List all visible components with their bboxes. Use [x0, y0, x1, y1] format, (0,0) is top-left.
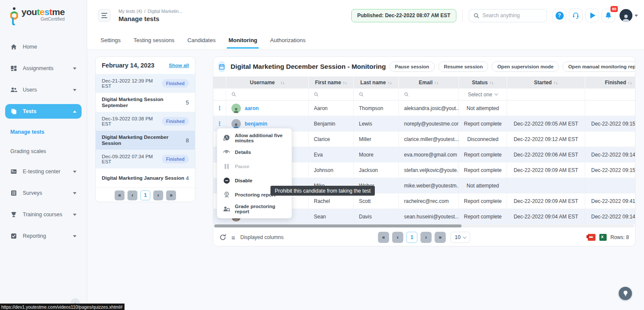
export-excel-icon[interactable]	[599, 234, 607, 241]
menu-item-pause[interactable]: Pause	[217, 159, 292, 173]
refresh-icon[interactable]	[219, 234, 226, 241]
row-menu-icon[interactable]	[217, 121, 222, 126]
export-pdf-icon[interactable]	[588, 234, 595, 241]
session-row[interactable]: Digital Marketing Session September 5	[96, 93, 195, 112]
current-page[interactable]: 1	[140, 190, 150, 200]
tutorial-button[interactable]	[585, 9, 599, 22]
status-filter-dropdown[interactable]: Select one	[459, 89, 507, 100]
session-row[interactable]: Dec-21-2022 12:39 PM EST Finished	[96, 74, 195, 93]
tab-authorizations[interactable]: Authorizations	[270, 31, 305, 49]
tab-testing-sessions[interactable]: Testing sessions	[134, 31, 174, 49]
current-page[interactable]: 1	[406, 232, 417, 243]
notifications-button[interactable]: 90	[601, 9, 615, 22]
global-search[interactable]	[469, 9, 547, 22]
displayed-columns-label[interactable]: Displayed columns	[240, 234, 284, 240]
last-name-cell: Miller	[354, 132, 399, 147]
show-all-link[interactable]: Show all	[169, 63, 189, 68]
sidebar-item-training-courses[interactable]: Training courses	[5, 207, 82, 222]
column-header-first-name[interactable]: First name↑↓	[309, 77, 354, 89]
columns-menu-icon[interactable]	[231, 234, 235, 241]
sidebar-item-etesting-center[interactable]: E-testing center	[5, 164, 82, 179]
webcam-icon	[223, 191, 230, 198]
column-header-email[interactable]: Email↑↓	[399, 77, 459, 89]
sidebar-item-users[interactable]: Users	[5, 83, 82, 97]
sort-icon[interactable]: ↑↓	[434, 80, 439, 85]
first-name-cell: Benjamin	[309, 116, 354, 131]
scrollbar-thumb[interactable]	[214, 224, 462, 227]
sidebar-item-manage-tests[interactable]: Manage tests	[5, 126, 82, 138]
session-row-selected[interactable]: Digital Marketing December Session 8	[96, 131, 195, 150]
menu-item-allow-additional-five-minutes[interactable]: Allow additional five minutes	[217, 131, 292, 145]
help-button[interactable]: ?	[553, 9, 566, 22]
breadcrumb-my-tests[interactable]: My tests (4)	[118, 9, 142, 14]
sidebar-item-grading-scales[interactable]: Grading scales	[5, 145, 82, 158]
last-page-button[interactable]: »	[434, 232, 446, 243]
username-link[interactable]: benjamin	[245, 121, 267, 127]
session-datetime: Dec-21-2022 12:39 PM EST	[102, 78, 162, 89]
email-cell: eva.moore@gmail.com	[399, 147, 459, 162]
sidebar-item-tests[interactable]: Tests	[5, 104, 82, 119]
sidebar-subitem-label: Grading scales	[10, 148, 46, 154]
tab-candidates[interactable]: Candidates	[187, 31, 216, 49]
prev-page-button[interactable]: ‹	[128, 190, 137, 200]
started-cell: Dec-22-2022 09:09 AM EST	[507, 193, 585, 209]
sort-icon[interactable]: ↑↓	[553, 80, 558, 85]
open-manual-monitoring-report-button[interactable]: Open manual monitoring report	[562, 61, 635, 72]
email-filter[interactable]	[399, 89, 459, 100]
row-menu-icon[interactable]	[217, 105, 222, 111]
app-logo[interactable]: youtestme GetCertified	[0, 0, 87, 34]
tab-monitoring[interactable]: Monitoring	[228, 31, 257, 49]
sort-icon[interactable]: ↑↓	[388, 80, 392, 85]
sidebar-item-assignments[interactable]: Assignments	[5, 61, 82, 76]
menu-item-details[interactable]: Details	[217, 145, 292, 159]
sidebar-item-reporting[interactable]: Reporting	[5, 229, 82, 243]
published-status-badge: Published: Dec-22-2022 08:07 AM EST	[351, 9, 456, 22]
column-header-last-name[interactable]: Last name↑↓	[354, 77, 399, 89]
breadcrumb-current[interactable]: Digital Marketin...	[148, 9, 182, 14]
first-page-button[interactable]: «	[115, 190, 125, 200]
tab-settings[interactable]: Settings	[100, 31, 121, 49]
session-row[interactable]: Digital Marketing January Session 4	[96, 169, 195, 187]
sort-icon[interactable]: ↑↓	[628, 80, 632, 85]
username-filter[interactable]	[226, 89, 309, 100]
sort-icon[interactable]: ↑↓	[489, 80, 494, 85]
session-name: Digital Marketing December Session	[102, 134, 186, 146]
sort-icon[interactable]: ↑↓	[343, 80, 347, 85]
resume-session-button[interactable]: Resume session	[438, 61, 489, 72]
user-menu[interactable]	[620, 9, 638, 22]
menu-item-label: Proctoring report	[235, 192, 276, 197]
column-header-finished[interactable]: Finished↑↓	[585, 77, 635, 89]
open-supervision-mode-button[interactable]: Open supervision mode	[492, 61, 559, 72]
session-count: 5	[186, 99, 189, 106]
first-name-filter[interactable]	[309, 89, 354, 100]
sort-icon[interactable]: ↑↓	[280, 80, 285, 85]
status-cell: Report complete	[459, 147, 507, 162]
first-page-button[interactable]: «	[378, 232, 389, 243]
session-row[interactable]: Dec-09-2022 07:34 PM EST Finished	[96, 150, 195, 169]
username-link[interactable]: aaron	[245, 105, 259, 111]
search-input[interactable]	[483, 12, 538, 18]
horizontal-scrollbar[interactable]	[214, 224, 634, 227]
next-page-button[interactable]: ›	[153, 190, 163, 200]
help-fab-button[interactable]	[619, 287, 632, 300]
support-button[interactable]	[569, 9, 583, 22]
session-row[interactable]: Dec-19-2022 03:38 PM EST Finished	[96, 112, 195, 131]
last-page-button[interactable]: »	[166, 190, 176, 200]
sidebar-item-surveys[interactable]: Surveys	[5, 186, 82, 200]
pause-session-button[interactable]: Pause session	[389, 61, 435, 72]
menu-item-grade-proctoring-report[interactable]: Grade proctoring report	[217, 202, 292, 216]
column-header-username[interactable]: Username↑↓	[226, 77, 309, 89]
column-header-started[interactable]: Started↑↓	[507, 77, 585, 89]
tests-icon	[10, 108, 17, 115]
menu-toggle-button[interactable]	[98, 9, 111, 22]
table-row[interactable]: aaron Aaron Thompson aleksandra.josic@yo…	[213, 101, 635, 116]
page-size-select[interactable]: 10	[450, 232, 470, 243]
test-tabs: Settings Testing sessions Candidates Mon…	[87, 31, 644, 50]
finished-cell: Dec-22-2022 09:14	[585, 209, 635, 224]
next-page-button[interactable]: ›	[420, 232, 431, 243]
sidebar-item-home[interactable]: Home	[5, 40, 82, 54]
prev-page-button[interactable]: ‹	[392, 232, 403, 243]
column-header-status[interactable]: Status↑↓	[459, 77, 507, 89]
last-name-filter[interactable]	[354, 89, 399, 100]
breadcrumb: My tests (4)/Digital Marketin... Manage …	[118, 9, 182, 22]
